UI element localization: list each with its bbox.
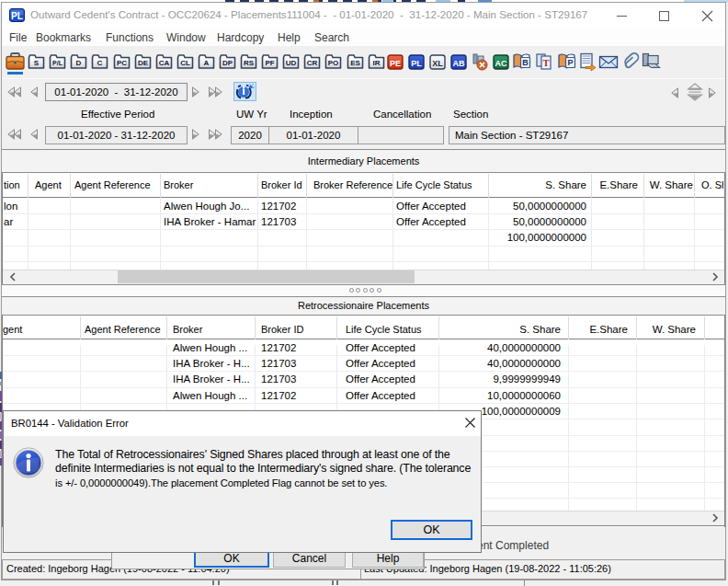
svg-text:C: C	[97, 59, 103, 67]
svg-text:A: A	[204, 59, 210, 67]
svg-text:PE: PE	[390, 59, 401, 68]
svg-text:AB: AB	[453, 59, 465, 68]
svg-text:D: D	[76, 59, 82, 67]
svg-text:UD: UD	[286, 59, 297, 67]
svg-text:DP: DP	[222, 59, 233, 67]
svg-text:B: B	[522, 58, 529, 67]
svg-text:PL: PL	[411, 59, 422, 68]
svg-text:PO: PO	[328, 59, 339, 67]
svg-text:P/L: P/L	[52, 60, 63, 66]
svg-text:IR: IR	[373, 59, 381, 67]
svg-text:XL: XL	[432, 59, 443, 68]
svg-text:DE: DE	[138, 59, 149, 67]
svg-text:P: P	[567, 58, 573, 67]
svg-text:PL: PL	[11, 11, 23, 21]
svg-text:ES: ES	[350, 59, 360, 67]
svg-text:T: T	[543, 58, 550, 68]
svg-text:CR: CR	[307, 59, 318, 67]
svg-text:AC: AC	[495, 59, 507, 68]
svg-text:CA: CA	[159, 59, 170, 67]
svg-text:S: S	[34, 59, 40, 67]
svg-text:RS: RS	[244, 59, 255, 67]
svg-text:CL: CL	[180, 59, 190, 67]
svg-text:PC: PC	[117, 59, 127, 67]
svg-text:PF: PF	[265, 59, 274, 67]
